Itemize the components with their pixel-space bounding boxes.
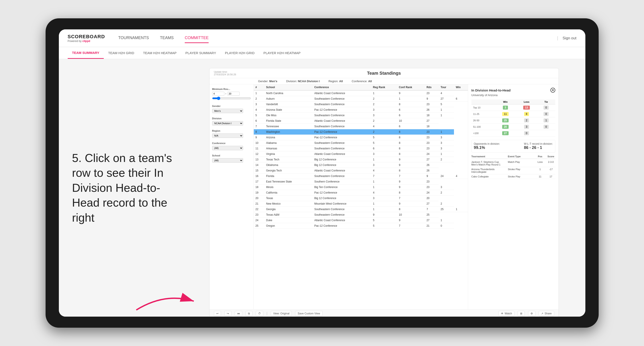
table-row[interactable]: 6Florida StateAtlantic Coast Conference2… [254,118,468,124]
main-content: 5. Click on a team's row to see their In… [59,59,585,317]
standings-table: # School Conference Reg Rank Conf Rank R… [254,84,468,229]
h2h-close-button[interactable]: ✕ [550,88,555,93]
tab-team-h2h-grid[interactable]: TEAM H2H GRID [104,47,139,59]
tournament-row-2[interactable]: Arizona Thunderbirds Intercollegiate Str… [472,167,555,174]
min-rounds-input[interactable] [212,92,224,96]
rounds-slider[interactable] [212,97,251,100]
conference-filter-group: Conference (All) [212,142,251,150]
table-row[interactable]: 4Arizona StatePac-12 Conference36261 [254,107,468,113]
table-row[interactable]: 12VirginiaAtlantic Coast Conference38241 [254,151,468,157]
undo-button[interactable]: ↩ [214,311,221,316]
h2h-table: Win Loss Tie Top 10 3 13 [472,99,555,137]
table-row[interactable]: 20TexasBig 12 Conference3720 [254,195,468,201]
sub-nav: TEAM SUMMARY TEAM H2H GRID TEAM H2H HEAT… [59,47,585,59]
tournament-row-3[interactable]: Cabo Collegiate Stroke Play 11 17 [472,174,555,179]
view-original-button[interactable]: View: Original [271,311,292,316]
logo-title: SCOREBOARD [68,34,105,39]
school-select[interactable]: (All) [212,158,243,163]
table-row[interactable]: 22GeorgiaSoutheastern Conference187251 [254,207,468,212]
col-rank: # [254,84,264,90]
tab-player-h2h-grid[interactable]: PLAYER H2H GRID [220,47,259,59]
table-row[interactable]: 11ArkansasSoutheastern Conference68233 [254,146,468,151]
opponents-label: Opponents in division: [474,142,500,145]
nav-teams[interactable]: TEAMS [160,33,174,43]
logo-sub: Powered by clippd [68,39,105,43]
filters-panel: Minimum Rou... - Gender [210,84,254,309]
tab-team-summary[interactable]: TEAM SUMMARY [68,47,104,59]
copy-button[interactable]: ⧉ [246,311,252,316]
watch-button[interactable]: 👁 Watch [498,311,514,316]
table-row[interactable]: 13Texas TechBig 12 Conference19272 [254,157,468,163]
table-row[interactable]: 7TennesseeSoutheastern Conference4618 [254,124,468,129]
dashboard-inner: Update time: 27/03/2024 16:56:26 Team St… [209,68,559,317]
h2h-team-name: University of Arizona [472,93,555,97]
update-date: 27/03/2024 16:56:26 [214,73,258,76]
h2h-title: In Division Head-to-Head ✕ [472,88,555,93]
dash-bottom-toolbar: ↩ ↪ ⏮ ⧉ ⏱ | View: Original Save Custom V… [210,309,558,317]
table-row[interactable]: 24DukeAtlantic Coast Conference59271 [254,218,468,223]
gender-select[interactable]: Men's [212,109,243,113]
top-nav: SCOREBOARD Powered by clippd TOURNAMENTS… [59,29,585,47]
table-row[interactable]: 8WashingtonPac-12 Conference28231 [254,129,468,135]
timer-button[interactable]: ⏱ [256,311,263,316]
filter-gender: Gender: Men's [258,80,278,83]
col-school: School [264,84,312,90]
save-custom-button[interactable]: Save Custom View [295,311,322,316]
table-row[interactable]: 17East Tennessee StateSouthern Conferenc… [254,179,468,184]
tab-player-summary[interactable]: PLAYER SUMMARY [181,47,220,59]
skip-back-button[interactable]: ⏮ [235,311,242,316]
nav-items: TOURNAMENTS TEAMS COMMITTEE [118,33,557,43]
sign-out-button[interactable]: Sign out [562,36,576,40]
share-button[interactable]: ↗ Share [539,311,554,316]
col-reg-rank: Reg Rank [371,84,397,90]
table-row[interactable]: 25OregonPac-12 Conference57210 [254,223,468,229]
table-row[interactable]: 9ArizonaPac-12 Conference58233 [254,135,468,140]
nav-committee[interactable]: COMMITTEE [185,33,208,43]
col-win: Win [454,84,468,90]
table-row[interactable]: 2AuburnSoutheastern Conference219276 [254,96,468,102]
max-rounds-input[interactable] [228,92,240,96]
table-row[interactable]: 3VanderbiltSoutheastern Conference28235 [254,102,468,107]
region-select[interactable]: N/A [212,134,243,138]
h2h-panel: In Division Head-to-Head ✕ University of… [468,84,558,309]
h2h-row-100plus[interactable]: >100 27 0 [472,130,555,137]
redo-button[interactable]: ↪ [224,311,232,316]
table-row[interactable]: 23Texas A&MSoutheastern Conference91025 [254,212,468,218]
table-row[interactable]: 10AlabamaSoutheastern Conference58233 [254,140,468,146]
h2h-row-51100[interactable]: 51-100 20 3 0 [472,124,555,130]
table-row[interactable]: 5Ole MissSoutheastern Conference36181 [254,113,468,118]
gender-filter-group: Gender Men's [212,105,251,113]
tab-player-h2h-heatmap[interactable]: PLAYER H2H HEATMAP [259,47,305,59]
table-row[interactable]: 21New MexicoMountain West Conference1927… [254,201,468,207]
h2h-stats: Opponents in division: 99.1% W-L-T recor… [472,140,555,153]
col-conference: Conference [312,84,371,90]
table-area: # School Conference Reg Rank Conf Rank R… [254,84,468,309]
settings-button[interactable]: ⚙ [528,311,536,316]
table-row[interactable]: 16FloridaSoutheastern Conference779244 [254,173,468,179]
dashboard-title: Team Standings [258,71,510,76]
division-filter-group: Division NCAA Division I [212,117,251,126]
dash-body: Minimum Rou... - Gender [210,84,558,309]
annotation-area: 5. Click on a team's row to see their In… [59,59,192,317]
table-row[interactable]: 19CaliforniaPac-12 Conference48242 [254,190,468,195]
h2h-row-1125[interactable]: 11-25 11 8 0 [472,111,555,117]
division-select[interactable]: NCAA Division I [212,121,243,126]
annotation-text: 5. Click on a team's row to see their In… [72,151,178,225]
table-row[interactable]: 18IllinoisBig Ten Conference19233 [254,184,468,190]
h2h-tournaments: Tournament Event Type Pos Score Jackson … [472,155,555,179]
layout-button[interactable]: ⊞ [518,311,525,316]
table-row[interactable]: 14OklahomaBig 12 Conference3926 [254,163,468,168]
conference-select[interactable]: (All) [212,146,243,150]
h2h-row-top10[interactable]: Top 10 3 13 0 [472,105,555,111]
tab-team-h2h-heatmap[interactable]: TEAM H2H HEATMAP [139,47,181,59]
filter-region: Region: All [328,80,343,83]
table-row[interactable]: 1North CarolinaAtlantic Coast Conference… [254,90,468,96]
device-screen: SCOREBOARD Powered by clippd TOURNAMENTS… [59,29,585,317]
tournament-row-1[interactable]: Jackson T. Stephens Cup Men's Match-Play… [472,160,555,167]
h2h-row-2650[interactable]: 26-50 25 2 1 [472,117,555,124]
table-row[interactable]: 15Georgia TechAtlantic Coast Conference4… [254,168,468,173]
filter-division: Division: NCAA Division I [286,80,320,83]
nav-tournaments[interactable]: TOURNAMENTS [118,33,149,43]
dashboard: Update time: 27/03/2024 16:56:26 Team St… [192,59,585,317]
opponents-value: 99.1% [474,145,500,150]
